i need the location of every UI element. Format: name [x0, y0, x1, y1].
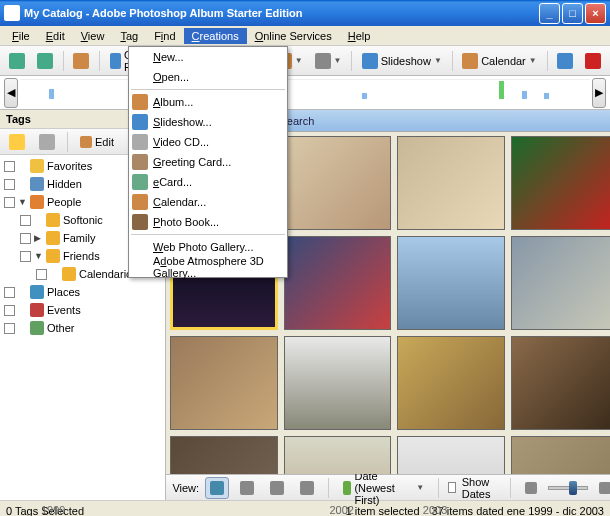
- dd-videocd[interactable]: Video CD...: [129, 132, 287, 152]
- photo-thumb[interactable]: [397, 136, 504, 230]
- photo-thumb[interactable]: [284, 236, 391, 330]
- tag-icon: [30, 303, 44, 317]
- tree-checkbox[interactable]: [4, 197, 15, 208]
- tree-arrow[interactable]: ▶: [34, 233, 43, 243]
- help-button[interactable]: [552, 50, 578, 72]
- timeline[interactable]: ◀ ▶: [0, 76, 610, 110]
- tree-arrow[interactable]: ▼: [18, 197, 27, 207]
- back-button[interactable]: [4, 50, 30, 72]
- tree-label: Favorites: [47, 160, 92, 172]
- adobe-icon: [585, 53, 601, 69]
- tree-checkbox[interactable]: [4, 287, 15, 298]
- window-title: My Catalog - Adobe Photoshop Album Start…: [24, 7, 539, 19]
- new-tag-button[interactable]: [4, 131, 30, 153]
- tree-checkbox[interactable]: [20, 215, 31, 226]
- dd-slideshow[interactable]: Slideshow...: [129, 112, 287, 132]
- photo-thumb[interactable]: [511, 336, 610, 430]
- zoom-out-button[interactable]: [520, 477, 542, 499]
- tag-icon: [30, 321, 44, 335]
- sort-button[interactable]: Date (Newest First)▼: [338, 477, 429, 499]
- photo-thumb[interactable]: [397, 336, 504, 430]
- timeline-handle-left[interactable]: ◀: [4, 78, 18, 108]
- trash-icon: [39, 134, 55, 150]
- adobe-button[interactable]: [580, 50, 606, 72]
- photo-thumb[interactable]: [170, 336, 277, 430]
- slider-handle[interactable]: [569, 481, 577, 495]
- tree-checkbox[interactable]: [4, 323, 15, 334]
- tree-item-places[interactable]: Places: [0, 283, 165, 301]
- tree-checkbox[interactable]: [4, 179, 15, 190]
- dd-greeting[interactable]: Greeting Card...: [129, 152, 287, 172]
- dd-ecard[interactable]: eCard...: [129, 172, 287, 192]
- zoom-in-button[interactable]: [594, 477, 610, 499]
- tree-item-other[interactable]: Other: [0, 319, 165, 337]
- menu-online[interactable]: Online Services: [247, 28, 340, 44]
- creations-dropdown: New... Open... Album... Slideshow... Vid…: [128, 46, 288, 278]
- tag-icon: [30, 177, 44, 191]
- menu-file[interactable]: File: [4, 28, 38, 44]
- close-button[interactable]: ×: [585, 3, 606, 24]
- tree-item-events[interactable]: Events: [0, 301, 165, 319]
- maximize-button[interactable]: □: [562, 3, 583, 24]
- photo-thumb[interactable]: [284, 436, 391, 474]
- dd-calendar[interactable]: Calendar...: [129, 192, 287, 212]
- view-single-button[interactable]: [295, 477, 319, 499]
- menu-view[interactable]: View: [73, 28, 113, 44]
- zoom-slider[interactable]: [548, 486, 588, 490]
- photo-thumb[interactable]: [511, 136, 610, 230]
- tag-icon: [30, 159, 44, 173]
- view-detail-button[interactable]: [265, 477, 289, 499]
- tag-icon: [9, 134, 25, 150]
- sort-icon: [343, 481, 352, 495]
- view-list-button[interactable]: [235, 477, 259, 499]
- dd-photobook[interactable]: Photo Book...: [129, 212, 287, 232]
- calendar-button[interactable]: Calendar▼: [457, 50, 542, 72]
- photo-thumb[interactable]: [511, 436, 610, 474]
- menu-help[interactable]: Help: [340, 28, 379, 44]
- home-button[interactable]: [68, 50, 94, 72]
- timeline-handle-right[interactable]: ▶: [592, 78, 606, 108]
- dd-album[interactable]: Album...: [129, 92, 287, 112]
- menu-tag[interactable]: Tag: [112, 28, 146, 44]
- photo-thumb[interactable]: [397, 236, 504, 330]
- edit-tag-button[interactable]: Edit: [75, 131, 119, 153]
- back-icon: [9, 53, 25, 69]
- photo-thumb[interactable]: [170, 436, 277, 474]
- slideshow-button[interactable]: Slideshow▼: [357, 50, 447, 72]
- list-icon: [240, 481, 254, 495]
- tree-label: Family: [63, 232, 95, 244]
- timeline-track[interactable]: [20, 79, 590, 107]
- book-icon: [132, 214, 148, 230]
- tree-checkbox[interactable]: [20, 251, 31, 262]
- view-grid-button[interactable]: [205, 477, 229, 499]
- forward-button[interactable]: [32, 50, 58, 72]
- dd-new[interactable]: New...: [129, 47, 287, 67]
- dd-atmosphere[interactable]: Adobe Atmosphere 3D Gallery...: [129, 257, 287, 277]
- tree-checkbox[interactable]: [20, 233, 31, 244]
- print-button[interactable]: ▼: [310, 50, 347, 72]
- delete-tag-button[interactable]: [34, 131, 60, 153]
- menu-edit[interactable]: Edit: [38, 28, 73, 44]
- zoomin-icon: [599, 482, 610, 494]
- tree-label: Hidden: [47, 178, 82, 190]
- tree-checkbox[interactable]: [4, 305, 15, 316]
- calendar-icon: [462, 53, 478, 69]
- photo-thumb[interactable]: [511, 236, 610, 330]
- tag-icon: [46, 213, 60, 227]
- showdates-checkbox[interactable]: [448, 482, 456, 493]
- menu-creations[interactable]: Creations: [184, 28, 247, 44]
- photo-thumb[interactable]: [397, 436, 504, 474]
- titlebar: My Catalog - Adobe Photoshop Album Start…: [0, 0, 610, 26]
- dd-webgallery[interactable]: Web Photo Gallery...: [129, 237, 287, 257]
- tag-icon: [46, 231, 60, 245]
- tree-checkbox[interactable]: [36, 269, 47, 280]
- photo-thumb[interactable]: [284, 136, 391, 230]
- tree-arrow[interactable]: ▼: [34, 251, 43, 261]
- menubar: File Edit View Tag Find Creations Online…: [0, 26, 610, 46]
- dd-open[interactable]: Open...: [129, 67, 287, 87]
- single-icon: [300, 481, 314, 495]
- menu-find[interactable]: Find: [146, 28, 183, 44]
- minimize-button[interactable]: _: [539, 3, 560, 24]
- tree-checkbox[interactable]: [4, 161, 15, 172]
- photo-thumb[interactable]: [284, 336, 391, 430]
